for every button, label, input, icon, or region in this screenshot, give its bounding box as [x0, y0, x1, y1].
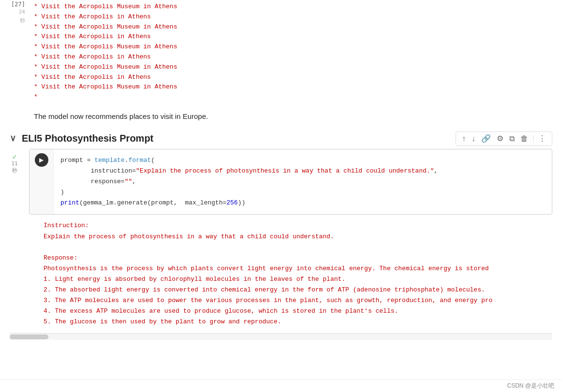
settings-button[interactable]: ⚙ — [495, 134, 505, 144]
cell-label: [27] — [11, 1, 25, 8]
cell-gutter-status: ✓ 11 秒 — [0, 149, 29, 174]
acropolis-line: * Visit the Acropolis Museum in Athens — [34, 62, 562, 73]
acropolis-line: * Visit the Acropolis Museum in Athens — [34, 2, 562, 12]
output-list-item: 3. The ATP molecules are used to power t… — [44, 295, 546, 306]
code-line-1: prompt = template.format( — [60, 155, 545, 166]
code-line-5: print(gemma_lm.generate(prompt, max_leng… — [60, 198, 545, 208]
delete-button[interactable]: 🗑 — [518, 134, 530, 144]
output-list: 1. Light energy is absorbed by chlorophy… — [44, 274, 546, 327]
code-content[interactable]: prompt = template.format( instruction="E… — [54, 149, 552, 214]
cell-toolbar: ↑ ↓ 🔗 ⚙ ⧉ 🗑 ⋮ — [456, 131, 552, 146]
code-line-3: response="", — [60, 176, 545, 187]
output-list-item: 1. Light energy is absorbed by chlorophy… — [44, 274, 546, 285]
notebook-container: [27] 24秒 * Visit the Acropolis Museum in… — [0, 0, 562, 392]
acropolis-line: * Visit the Acropolis in Athens — [34, 32, 562, 42]
line-numbers: 24秒 — [19, 8, 25, 25]
move-down-button[interactable]: ↓ — [470, 134, 477, 144]
acropolis-line: * — [34, 92, 562, 102]
code-print-kw: print — [60, 199, 79, 206]
description-text: The model now recommends places to visit… — [0, 104, 562, 128]
status-check: ✓ — [13, 153, 16, 160]
scrollbar-area[interactable] — [10, 333, 552, 340]
output-list-item: 5. The glucose is then used by the plant… — [44, 317, 546, 327]
run-button[interactable]: ▶ — [35, 153, 48, 167]
output-response-line1: Photosynthesis is the process by which p… — [44, 263, 546, 274]
collapse-icon[interactable]: ∨ — [10, 133, 16, 144]
status-time: 秒 — [12, 167, 17, 174]
status-num: 11 — [11, 160, 17, 167]
code-method-format: format — [128, 157, 151, 164]
cell-output-block: Instruction: Explain the process of phot… — [10, 215, 552, 333]
cell-gutter-27: [27] 24秒 — [0, 0, 29, 25]
code-instruction-str: "Explain the process of photosynthesis i… — [136, 167, 434, 174]
code-response-str: "" — [125, 178, 133, 185]
acropolis-line: * Visit the Acropolis in Athens — [34, 12, 562, 22]
code-var-prompt: prompt — [60, 157, 83, 164]
run-gutter: ▶ — [30, 149, 54, 214]
acropolis-line: * Visit the Acropolis Museum in Athens — [34, 22, 562, 32]
bottom-bar: CSDN @是小壮吧 — [0, 379, 562, 392]
output-list-item: 2. The absorbed light energy is converte… — [44, 285, 546, 295]
acropolis-line: * Visit the Acropolis in Athens — [34, 52, 562, 62]
section-title: ELI5 Photosynthesis Prompt — [22, 133, 153, 144]
output-response-label: Response: — [44, 253, 546, 263]
output-list-item: 4. The excess ATP molecules are used to … — [44, 306, 546, 317]
toolbar-divider — [533, 135, 533, 143]
acropolis-output: * Visit the Acropolis Museum in Athens* … — [29, 0, 562, 104]
code-cell-section: ✓ 11 秒 ▶ prompt = template.format( instr… — [0, 149, 562, 215]
previous-cell-output: [27] 24秒 * Visit the Acropolis Museum in… — [0, 0, 562, 104]
link-button[interactable]: 🔗 — [479, 134, 493, 144]
acropolis-line: * Visit the Acropolis in Athens — [34, 73, 562, 83]
copy-button[interactable]: ⧉ — [507, 134, 517, 144]
more-button[interactable]: ⋮ — [536, 134, 548, 144]
output-instruction-label: Instruction: — [44, 220, 546, 231]
acropolis-line: * Visit the Acropolis Museum in Athens — [34, 82, 562, 92]
code-line-4: ) — [60, 187, 545, 198]
move-up-button[interactable]: ↑ — [460, 134, 468, 144]
output-instruction-body: Explain the process of photosynthesis in… — [44, 232, 546, 242]
acropolis-line: * Visit the Acropolis Museum in Athens — [34, 42, 562, 52]
scrollbar-thumb[interactable] — [10, 334, 48, 339]
code-cell: ▶ prompt = template.format( instruction=… — [29, 149, 552, 215]
code-line-2: instruction="Explain the process of phot… — [60, 166, 545, 176]
code-method-template: template — [94, 157, 124, 164]
watermark: CSDN @是小壮吧 — [507, 382, 554, 390]
